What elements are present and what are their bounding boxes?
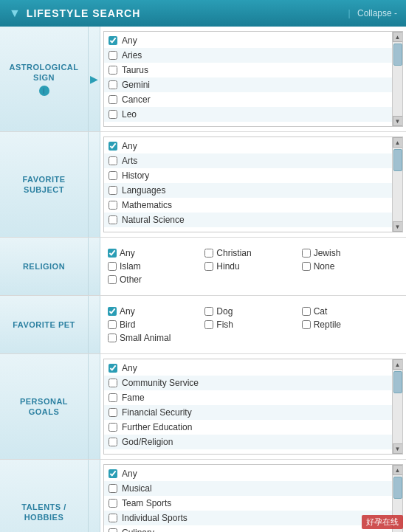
scroll-thumb[interactable] — [393, 371, 402, 393]
list-item: Financial Security — [104, 405, 402, 420]
checkbox-item: Jewish — [302, 248, 399, 258]
any-checkbox[interactable] — [109, 142, 117, 151]
astrological-list-container: Any Aries Taurus Gemini — [103, 31, 403, 127]
favorite-pet-label: FAVORITE PET — [0, 296, 89, 353]
talents-hobbies-label: TALENTS /HOBBIES — [0, 460, 89, 532]
any-checkbox[interactable] — [109, 364, 117, 373]
dog-checkbox[interactable] — [204, 307, 213, 316]
list-item: Culinary — [104, 525, 402, 532]
fish-checkbox[interactable] — [204, 320, 213, 329]
community-service-checkbox[interactable] — [109, 379, 117, 387]
mathematics-checkbox[interactable] — [109, 201, 117, 210]
personal-goals-section: PERSONALGOALS Any Community Service Fame — [0, 354, 406, 460]
checkbox-item: Fish — [204, 319, 301, 330]
list-item: Gemini — [104, 77, 402, 92]
scroll-down-button[interactable]: ▼ — [393, 443, 403, 454]
scroll-thumb[interactable] — [393, 477, 402, 499]
financial-security-checkbox[interactable] — [109, 408, 117, 417]
natural-science-checkbox[interactable] — [109, 215, 117, 224]
watermark: 好孕在线 — [362, 515, 403, 529]
list-item: Arts — [104, 153, 402, 168]
list-item: Languages — [104, 183, 402, 198]
favorite-subject-list-inner: Any Arts History Languages — [104, 137, 402, 229]
personal-goals-label: PERSONALGOALS — [0, 354, 89, 459]
favorite-subject-section: FAVORITESUBJECT Any Arts History — [0, 132, 406, 238]
astrological-section: ASTROLOGICALSIGN i ▶ Any Aries Taurus — [0, 27, 406, 132]
favorite-pet-grid: Any Dog Cat Bird Fish Reptile — [103, 300, 403, 349]
astrological-label: ASTROLOGICALSIGN i — [0, 27, 89, 131]
scrollbar[interactable]: ▲ ▼ — [392, 32, 402, 126]
checkbox-item: Christian — [204, 248, 301, 258]
gemini-checkbox[interactable] — [109, 80, 117, 89]
small-animal-checkbox[interactable] — [108, 334, 117, 342]
any-checkbox[interactable] — [109, 469, 117, 478]
checkbox-item: Dog — [204, 306, 301, 317]
scrollbar[interactable]: ▲ ▼ — [392, 359, 402, 454]
personal-goals-list-inner: Any Community Service Fame Financial Sec… — [104, 359, 402, 451]
fame-checkbox[interactable] — [109, 393, 117, 402]
any-checkbox[interactable] — [108, 307, 117, 316]
checkbox-item: Other — [108, 274, 204, 285]
favorite-subject-content: Any Arts History Languages — [100, 132, 406, 237]
list-item: Natural Science — [104, 213, 402, 227]
god-religion-checkbox[interactable] — [109, 438, 117, 446]
checkbox-item: Bird — [108, 319, 204, 330]
info-icon[interactable]: i — [39, 86, 49, 96]
list-item: Individual Sports — [104, 511, 402, 525]
aries-checkbox[interactable] — [109, 51, 117, 60]
scroll-down-button[interactable]: ▼ — [393, 116, 403, 126]
astrological-list-box: Any Aries Taurus Gemini — [103, 31, 403, 127]
individual-sports-checkbox[interactable] — [109, 514, 117, 522]
languages-checkbox[interactable] — [109, 186, 117, 195]
arts-checkbox[interactable] — [109, 156, 117, 165]
any-checkbox[interactable] — [109, 36, 117, 45]
scrollbar[interactable]: ▲ ▼ — [392, 137, 402, 232]
scroll-up-button[interactable]: ▲ — [393, 32, 403, 42]
checkbox-item: Hindu — [204, 261, 301, 272]
culinary-checkbox[interactable] — [109, 528, 117, 532]
page-title: LIFESTYLE SEARCH — [27, 7, 140, 19]
list-item: Team Sports — [104, 496, 402, 511]
further-education-checkbox[interactable] — [109, 423, 117, 432]
scroll-thumb[interactable] — [393, 149, 402, 171]
cancer-checkbox[interactable] — [109, 95, 117, 104]
collapse-button[interactable]: Collapse - — [357, 8, 397, 18]
other-checkbox[interactable] — [108, 275, 117, 284]
taurus-checkbox[interactable] — [109, 66, 117, 75]
jewish-checkbox[interactable] — [302, 249, 311, 258]
scroll-down-button[interactable]: ▼ — [393, 221, 403, 232]
header-right: | Collapse - — [348, 8, 398, 18]
list-item: Leo — [104, 107, 402, 122]
header-left: ▼ LIFESTYLE SEARCH — [9, 7, 140, 20]
astrological-content: Any Aries Taurus Gemini — [100, 27, 406, 131]
bird-checkbox[interactable] — [108, 320, 117, 329]
religion-grid: Any Christian Jewish Islam Hindu None — [103, 242, 403, 291]
history-checkbox[interactable] — [109, 171, 117, 180]
list-item: Aries — [104, 48, 402, 63]
christian-checkbox[interactable] — [204, 249, 213, 258]
any-checkbox[interactable] — [108, 249, 117, 258]
reptile-checkbox[interactable] — [302, 320, 311, 329]
checkbox-item: Any — [108, 248, 204, 258]
none-checkbox[interactable] — [302, 262, 311, 271]
scroll-up-button[interactable]: ▲ — [393, 465, 403, 475]
scroll-thumb[interactable] — [393, 44, 402, 66]
list-item: Any — [104, 361, 402, 376]
talents-hobbies-list-box: Any Musical Team Sports Individual Sport… — [103, 464, 403, 532]
islam-checkbox[interactable] — [108, 262, 117, 271]
list-item: Mathematics — [104, 198, 402, 213]
religion-section: RELIGION Any Christian Jewish Islam Hi — [0, 238, 406, 296]
leo-checkbox[interactable] — [109, 110, 117, 119]
scroll-up-button[interactable]: ▲ — [393, 359, 403, 370]
list-item: Taurus — [104, 63, 402, 77]
scroll-up-button[interactable]: ▲ — [393, 137, 403, 148]
checkbox-item: None — [302, 261, 399, 272]
religion-arrow — [89, 238, 100, 295]
cat-checkbox[interactable] — [302, 307, 311, 316]
musical-checkbox[interactable] — [109, 484, 117, 493]
hindu-checkbox[interactable] — [204, 262, 213, 271]
talents-hobbies-list-inner: Any Musical Team Sports Individual Sport… — [104, 465, 402, 532]
checkbox-item: Reptile — [302, 319, 399, 330]
favorite-subject-arrow — [89, 132, 100, 237]
team-sports-checkbox[interactable] — [109, 499, 117, 508]
